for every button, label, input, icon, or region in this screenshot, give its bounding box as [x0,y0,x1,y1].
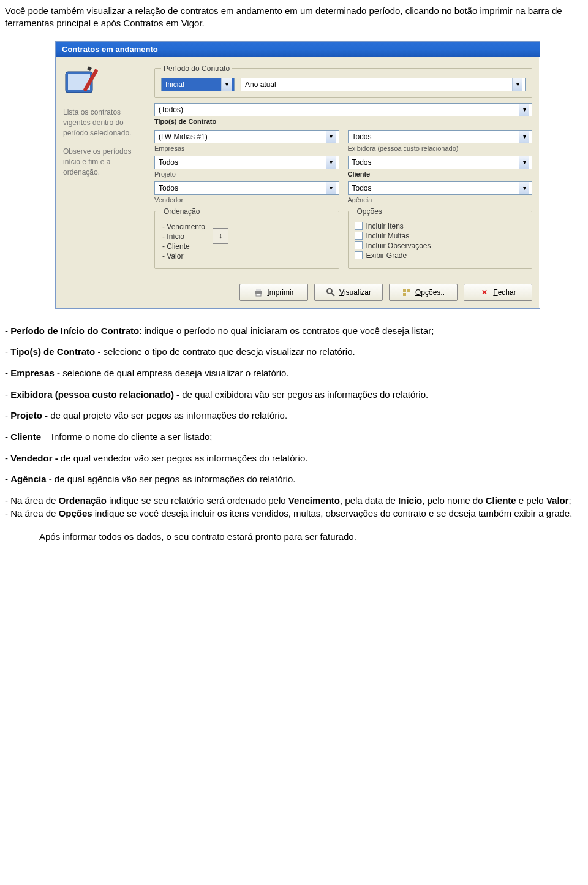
combo-projeto-value: Todos [159,158,323,167]
combo-vendedor-value: Todos [159,184,323,192]
checkbox-icon [355,232,363,240]
close-icon: ✕ [480,287,489,297]
combo-tipo-contrato[interactable]: (Todos) ▾ [154,103,532,116]
para-vendedor: - Vendedor - de qual vendedor vão ser pe… [5,452,583,465]
checkbox-incluir-multas[interactable]: Incluir Multas [355,232,526,240]
group-ordenacao-legend: Ordenação [161,207,202,216]
label-projeto: Projeto [154,170,339,178]
group-periodo-legend: Período do Contrato [161,64,232,73]
combo-cliente[interactable]: Todos ▾ [348,156,533,169]
checkbox-incluir-itens[interactable]: Incluir Itens [355,222,526,230]
sidebar-desc-2: Observe os períodos início e fim e a ord… [63,146,146,178]
group-opcoes: Opções Incluir Itens Incluir Multas Incl… [348,207,533,269]
para-empresas: - Empresas - selecione de qual empresa d… [5,367,583,380]
dialog-contratos-andamento: Contratos em andamento Lista os contrato… [55,41,540,309]
para-cliente: - Cliente – Informe o nome do cliente a … [5,431,583,444]
para-tipo: - Tipo(s) de Contrato - selecione o tipo… [5,346,583,359]
chevron-down-icon: ▾ [519,156,529,169]
combo-projeto[interactable]: Todos ▾ [154,156,339,169]
combo-exibidora[interactable]: Todos ▾ [348,130,533,143]
combo-periodo-inicial-value: Inicial [165,80,219,89]
checkbox-label: Incluir Itens [366,222,404,230]
svg-rect-9 [403,289,406,292]
label-cliente: Cliente [348,170,533,178]
label-empresas: Empresas [154,145,339,152]
para-projeto: - Projeto - de qual projeto vão ser pego… [5,409,583,422]
checkbox-label: Exibir Grade [366,251,407,260]
printer-icon [254,287,263,297]
combo-exibidora-value: Todos [352,132,517,141]
svg-rect-11 [403,293,406,296]
magnifier-icon [326,287,336,297]
chevron-down-icon: ▾ [221,78,232,91]
chevron-down-icon: ▾ [512,78,522,91]
checkbox-exibir-grade[interactable]: Exibir Grade [355,251,526,260]
chevron-down-icon: ▾ [519,182,529,194]
intro-paragraph: Você pode também visualizar a relação de… [5,5,583,30]
dialog-sidebar: Lista os contratos vigentes dentro do pe… [63,64,146,274]
svg-rect-10 [407,289,410,292]
label-exibidora: Exibidora (pessoa custo relacionado) [348,145,533,152]
combo-empresas[interactable]: (LW Midias #1) ▾ [154,130,339,143]
group-periodo-contrato: Período do Contrato Inicial ▾ Ano atual … [154,64,532,98]
button-label: Fechar [493,288,516,297]
combo-tipo-contrato-value: (Todos) [159,105,516,114]
group-ordenacao: Ordenação - Vencimento - Início - Client… [154,207,339,269]
button-label: IImprimirmprimir [267,288,293,297]
para-ordenacao-opcoes: - Na área de Ordenação indique se seu re… [5,495,583,520]
group-opcoes-legend: Opções [355,207,385,216]
ordenacao-item-cliente[interactable]: - Cliente [161,241,206,251]
button-label: Visualizar [339,288,371,297]
svg-line-8 [331,293,334,296]
chevron-down-icon: ▾ [519,131,529,143]
combo-periodo-inicial[interactable]: Inicial ▾ [161,78,235,91]
para-periodo: - Período de Início do Contrato: indique… [5,325,583,338]
svg-rect-5 [256,289,261,291]
combo-periodo-ano-value: Ano atual [245,80,510,89]
ordenacao-item-inicio[interactable]: - Início [161,232,206,241]
label-vendedor: Vendedor [154,196,339,203]
checkbox-incluir-observacoes[interactable]: Incluir Observações [355,241,526,250]
swap-arrows-icon: ↕ [219,232,222,240]
visualizar-button[interactable]: Visualizar [314,284,383,301]
swap-order-button[interactable]: ↕ [213,228,228,244]
svg-point-7 [327,289,332,294]
ordenacao-item-valor[interactable]: - Valor [161,251,206,261]
fechar-button[interactable]: ✕ Fechar [464,284,532,301]
checkbox-icon [355,222,363,230]
contracts-icon [64,66,101,97]
chevron-down-icon: ▾ [326,182,336,194]
ordenacao-list[interactable]: - Vencimento - Início - Cliente - Valor [161,222,206,261]
svg-rect-3 [87,66,92,70]
chevron-down-icon: ▾ [326,156,336,169]
dialog-footer: IImprimirmprimir Visualizar Opções.. ✕ F… [56,278,540,308]
imprimir-button[interactable]: IImprimirmprimir [239,284,308,301]
dialog-title-text: Contratos em andamento [62,45,158,54]
checkbox-icon [355,241,363,249]
combo-empresas-value: (LW Midias #1) [159,132,323,141]
combo-cliente-value: Todos [352,158,517,167]
footer-note: Após informar todos os dados, o seu cont… [39,531,583,544]
chevron-down-icon: ▾ [326,131,336,143]
chevron-down-icon: ▾ [519,104,529,116]
sidebar-desc-1: Lista os contratos vigentes dentro do pe… [63,107,146,139]
checkbox-label: Incluir Multas [366,232,410,240]
combo-agencia[interactable]: Todos ▾ [348,181,533,195]
svg-rect-6 [256,294,261,296]
button-label: Opções.. [415,288,445,297]
para-agencia: - Agência - de qual agência vão ser pego… [5,473,583,486]
combo-periodo-ano[interactable]: Ano atual ▾ [241,78,526,91]
options-icon [402,287,412,297]
opcoes-button[interactable]: Opções.. [389,284,458,301]
dialog-titlebar: Contratos em andamento [56,42,540,57]
combo-vendedor[interactable]: Todos ▾ [154,181,339,195]
label-tipo-contrato: Tipo(s) de Contrato [154,118,532,125]
label-agencia: Agência [348,196,533,203]
checkbox-label: Incluir Observações [366,241,431,250]
para-exibidora: - Exibidora (pessoa custo relacionado) -… [5,389,583,401]
checkbox-icon [355,251,363,259]
ordenacao-item-vencimento[interactable]: - Vencimento [161,222,206,232]
combo-agencia-value: Todos [352,184,517,192]
